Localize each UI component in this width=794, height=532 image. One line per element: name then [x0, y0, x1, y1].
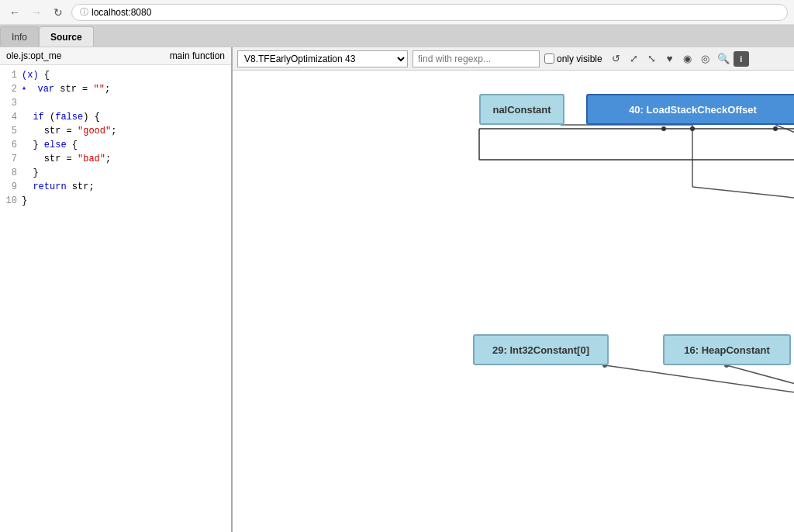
code-line-4: 4 if (false) { [0, 110, 231, 124]
svg-point-26 [773, 126, 778, 131]
code-line-6: 6 } else { [0, 138, 231, 152]
collapse-icon[interactable]: ⤡ [644, 51, 660, 67]
search-input[interactable] [413, 50, 540, 67]
code-line-9: 9 return str; [0, 180, 231, 194]
zoom-icon[interactable]: 🔍 [716, 51, 731, 67]
graph-canvas[interactable]: nalConstant 40: LoadStackCheckOffset 37:… [233, 71, 794, 532]
eye-icon[interactable]: ◉ [680, 51, 696, 67]
expand-icon[interactable]: ⤢ [627, 51, 642, 67]
code-line-1: 1 (x) { [0, 68, 231, 82]
code-line-7: 7 str = "bad"; [0, 152, 231, 166]
svg-line-3 [775, 125, 794, 187]
svg-point-25 [690, 126, 695, 131]
left-panel: ole.js:opt_me main function 1 (x) { 2 ▴ … [0, 47, 233, 532]
tab-bar: Info Source [0, 25, 794, 47]
code-line-8: 8 } [0, 166, 231, 180]
back-button[interactable]: ← [6, 4, 23, 21]
browser-nav: ← → ↻ ⓘ localhost:8080 [0, 0, 794, 25]
tab-source[interactable]: Source [39, 26, 94, 47]
code-area: 1 (x) { 2 ▴ var str = ""; 3 4 if (false)… [0, 65, 231, 532]
info-icon[interactable]: i [734, 51, 749, 67]
svg-point-24 [661, 126, 666, 131]
tab-info[interactable]: Info [0, 26, 39, 47]
left-panel-header: ole.js:opt_me main function [0, 47, 231, 65]
main-layout: ole.js:opt_me main function 1 (x) { 2 ▴ … [0, 47, 794, 532]
browser-chrome: ← → ↻ ⓘ localhost:8080 Info Source [0, 0, 794, 47]
forward-button[interactable]: → [28, 4, 45, 21]
svg-line-7 [727, 365, 794, 396]
function-label: main function [170, 50, 225, 61]
node-nalconstant[interactable]: nalConstant [479, 94, 564, 125]
url-text: localhost:8080 [91, 7, 151, 18]
file-label: ole.js:opt_me [6, 50, 61, 61]
reset-icon[interactable]: ↺ [609, 51, 624, 67]
graph-lines [233, 71, 794, 532]
heart-icon[interactable]: ♥ [662, 51, 678, 67]
address-bar[interactable]: ⓘ localhost:8080 [71, 4, 788, 21]
node-29[interactable]: 29: Int32Constant[0] [473, 334, 609, 365]
svg-line-2 [692, 187, 794, 202]
lock-icon: ⓘ [80, 6, 88, 18]
code-line-3: 3 [0, 96, 231, 110]
toolbar-icons: ↺ ⤢ ⤡ ♥ ◉ ◎ 🔍 i [609, 51, 749, 67]
reload-button[interactable]: ↻ [50, 4, 67, 21]
circle-icon[interactable]: ◎ [698, 51, 713, 67]
graph-toolbar: V8.TFEarlyOptimization 43 only visible ↺… [233, 47, 794, 71]
graph-panel: V8.TFEarlyOptimization 43 only visible ↺… [233, 47, 794, 532]
code-line-5: 5 str = "good"; [0, 124, 231, 138]
only-visible-checkbox[interactable] [544, 54, 554, 64]
code-line-2: 2 ▴ var str = ""; [0, 82, 231, 96]
svg-line-8 [605, 365, 794, 396]
only-visible-label[interactable]: only visible [544, 54, 602, 64]
node-40[interactable]: 40: LoadStackCheckOffset [586, 94, 794, 125]
code-line-10: 10 } [0, 194, 231, 208]
phase-select[interactable]: V8.TFEarlyOptimization 43 [237, 50, 408, 67]
node-16[interactable]: 16: HeapConstant [663, 334, 791, 365]
